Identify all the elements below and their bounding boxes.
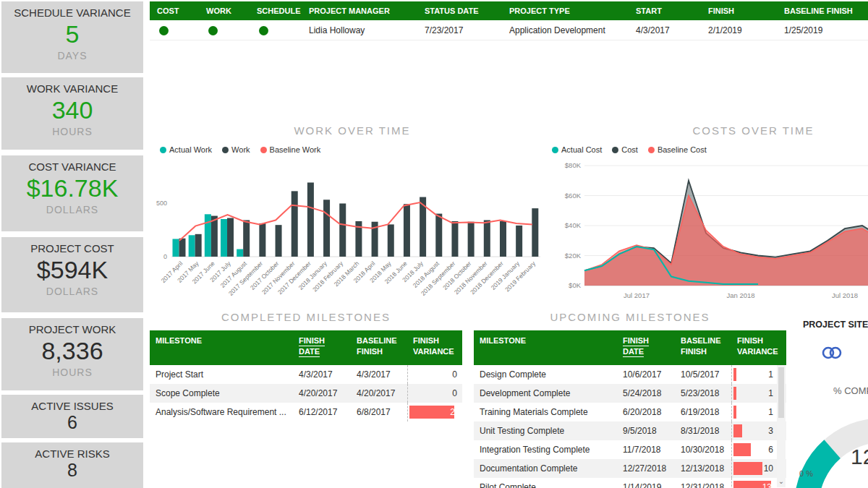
baseline-finish: 12/13/2018 [675,459,731,478]
kpi-value: 8,336 [1,338,143,364]
legend-dot-icon [648,147,655,153]
milestone-row-design-complete[interactable]: Design Complete10/6/201710/5/20171 [474,365,786,384]
column-header-status-date[interactable]: STATUS DATE [417,7,502,15]
kpi-card-active-issues[interactable]: ACTIVE ISSUES6 [1,395,143,438]
column-header-start[interactable]: START [629,7,701,15]
bar-work[interactable] [323,200,330,257]
bar-work[interactable] [179,239,186,257]
costs-over-time-chart: COSTS OVER TIME Actual CostCostBaseline … [552,124,868,312]
bar-work[interactable] [227,218,234,257]
legend-label: Cost [621,145,638,154]
milestone-name: Analysis/Software Requirement ... [150,403,293,421]
status-indicator-cost [150,25,199,35]
finish-variance-cell: 0 [407,384,461,403]
column-header-finish-date[interactable]: FINISH DATE [293,330,351,365]
y-tick-label: 0 [163,253,167,260]
bar-work[interactable] [500,221,506,257]
costs-chart-title: COSTS OVER TIME [552,124,868,137]
legend-dot-icon [260,147,267,153]
legend-label: Actual Cost [561,145,602,154]
bar-work[interactable] [484,220,490,257]
kpi-card-schedule-variance[interactable]: SCHEDULE VARIANCE5DAYS [1,1,143,73]
bar-actual-work[interactable] [173,239,179,257]
bar-work[interactable] [339,203,346,257]
column-header-milestone[interactable]: MILESTONE [474,330,617,365]
column-header-finish-variance[interactable]: FINISH VARIANCE [407,330,461,365]
milestone-name: Development Complete [474,384,617,403]
project-table-row[interactable]: Lidia Holloway7/23/2017Application Devel… [150,20,868,40]
column-header-finish-date[interactable]: FINISH DATE [617,330,675,365]
bar-work[interactable] [468,222,475,257]
bar-work[interactable] [532,208,538,257]
cell-project-type: Application Development [502,25,629,35]
scrollbar-thumb[interactable] [778,367,784,418]
scroll-down-icon[interactable]: ⌄ [777,476,786,487]
kpi-unit: DAYS [1,50,143,61]
kpi-card-cost-variance[interactable]: COST VARIANCE$16.78KDOLLARS [1,155,143,231]
bar-work[interactable] [259,223,265,257]
legend-label: Actual Work [169,145,212,154]
bar-work[interactable] [388,224,394,257]
bar-work[interactable] [243,220,250,257]
finish-date: 4/3/2017 [293,365,351,384]
x-axis-label: Jul 2017 [624,291,650,299]
kpi-card-project-cost[interactable]: PROJECT COST$594KDOLLARS [1,237,143,312]
milestone-row-integration-testing-complete[interactable]: Integration Testing Complete11/7/201810/… [474,440,786,459]
completed-table-header: MILESTONEFINISH DATEBASELINE FINISHFINIS… [150,330,462,365]
column-header-project-manager[interactable]: PROJECT MANAGER [302,7,417,15]
column-header-milestone[interactable]: MILESTONE [150,330,293,365]
milestone-row-unit-testing-complete[interactable]: Unit Testing Complete9/5/20188/31/20183 [474,421,786,440]
bar-work[interactable] [451,221,458,257]
bar-actual-work[interactable] [221,219,227,257]
milestone-name: Integration Testing Complete [474,440,617,459]
baseline-finish: 8/31/2018 [675,421,731,440]
finish-variance-value: 1 [768,369,773,380]
column-header-finish[interactable]: FINISH [701,7,777,15]
bar-work[interactable] [276,225,282,257]
bar-work[interactable] [195,234,202,257]
bar-work[interactable] [307,182,314,257]
column-header-project-type[interactable]: PROJECT TYPE [502,7,629,15]
milestone-name: Documentation Complete [474,459,617,478]
bar-work[interactable] [292,191,298,257]
bar-work[interactable] [516,226,522,257]
column-header-baseline-finish[interactable]: BASELINE FINISH [777,7,867,15]
x-axis-label: Jan 2018 [726,291,754,299]
costs-chart-legend: Actual CostCostBaseline Cost [552,145,868,154]
milestone-row-training-materials-complete[interactable]: Training Materials Complete6/20/20186/19… [474,403,786,421]
bar-actual-work[interactable] [237,249,243,257]
finish-variance-cell: 2 [407,403,461,421]
column-header-work[interactable]: WORK [199,7,250,15]
milestone-row-development-complete[interactable]: Development Complete5/24/20185/23/20181 [474,384,786,403]
milestone-name: Project Start [150,365,293,384]
column-header-baseline-finish[interactable]: BASELINE FINISH [351,330,407,365]
milestone-row-documentation-complete[interactable]: Documentation Complete12/27/201812/13/20… [474,459,786,478]
milestone-row-analysis-software-requirement[interactable]: Analysis/Software Requirement ...6/12/20… [150,403,462,421]
baseline-finish: 10/5/2017 [675,365,731,384]
milestone-row-pilot-complete[interactable]: Pilot Complete1/14/201912/31/201813 [474,478,786,488]
column-header-cost[interactable]: COST [150,7,199,15]
legend-item-baseline-cost: Baseline Cost [648,145,707,154]
finish-variance-value: 1 [768,388,773,398]
bar-work[interactable] [211,216,218,257]
column-header-schedule[interactable]: SCHEDULE [250,7,302,15]
baseline-cost-area[interactable] [584,196,868,286]
bar-actual-work[interactable] [205,214,211,257]
bar-work[interactable] [435,214,442,257]
kpi-card-work-variance[interactable]: WORK VARIANCE340HOURS [1,77,143,150]
milestone-row-scope-complete[interactable]: Scope Complete4/20/20174/20/20170 [150,384,462,403]
bar-work[interactable] [404,204,410,257]
milestone-row-project-start[interactable]: Project Start4/3/20174/3/20170 [150,365,462,384]
bar-actual-work[interactable] [189,235,195,257]
work-over-time-chart: WORK OVER TIME Actual WorkWorkBaseline W… [150,124,555,312]
cell-finish: 2/1/2019 [701,25,777,35]
upcoming-milestones-table: UPCOMING MILESTONES MILESTONEFINISH DATE… [474,311,786,488]
kpi-card-project-work[interactable]: PROJECT WORK8,336HOURS [1,318,143,390]
legend-item-actual-cost: Actual Cost [552,145,602,154]
finish-date: 12/27/2018 [617,459,675,478]
column-header-baseline-finish[interactable]: BASELINE FINISH [675,330,731,365]
link-icon[interactable] [820,344,843,361]
kpi-card-active-risks[interactable]: ACTIVE RISKS8 [1,442,143,488]
table-scrollbar[interactable]: ⌄ [777,365,786,487]
column-header-finish-variance[interactable]: FINISH VARIANCE [731,330,785,365]
